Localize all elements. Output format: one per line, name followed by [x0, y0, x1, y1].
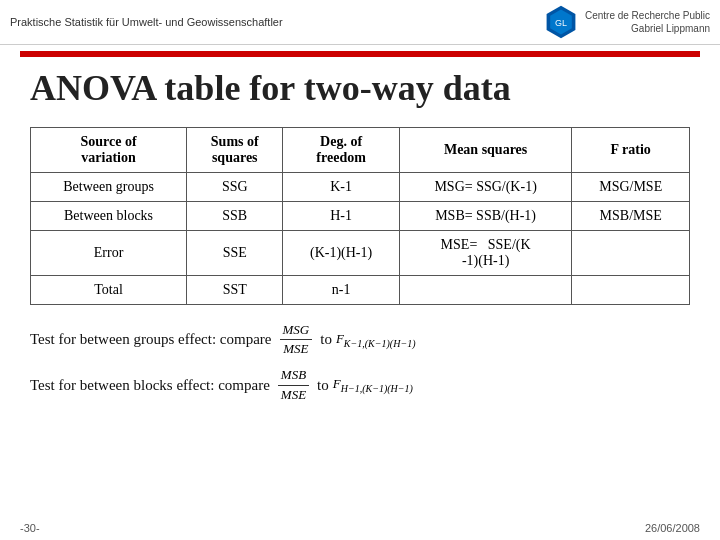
blocks-fraction: MSB MSE — [278, 366, 309, 403]
cell-source-3: Error — [31, 231, 187, 276]
cell-mean-1: MSG= SSG/(K-1) — [399, 173, 572, 202]
blocks-f-notation: FH−1,(K−1)(H−1) — [333, 376, 413, 394]
cell-f-4 — [572, 276, 690, 305]
cell-f-2: MSB/MSE — [572, 202, 690, 231]
cell-f-1: MSG/MSE — [572, 173, 690, 202]
table-row: Error SSE (K-1)(H-1) MSE= SSE/(K-1)(H-1) — [31, 231, 690, 276]
formula-groups-row: Test for between groups effect: compare … — [30, 321, 690, 358]
main-content: ANOVA table for two-way data Source ofva… — [0, 57, 720, 422]
cell-source-2: Between blocks — [31, 202, 187, 231]
cell-deg-4: n-1 — [283, 276, 399, 305]
page-number: -30- — [20, 522, 40, 534]
cell-mean-4 — [399, 276, 572, 305]
groups-numerator: MSG — [280, 321, 313, 340]
cell-f-3 — [572, 231, 690, 276]
footer-date: 26/06/2008 — [645, 522, 700, 534]
col-header-source: Source ofvariation — [31, 128, 187, 173]
cell-sums-2: SSB — [187, 202, 283, 231]
table-header-row: Source ofvariation Sums ofsquares Deg. o… — [31, 128, 690, 173]
groups-f-notation: FK−1,(K−1)(H−1) — [336, 331, 416, 349]
groups-to: to — [320, 331, 332, 348]
groups-label: Test for between groups effect: compare — [30, 331, 272, 348]
page-title: ANOVA table for two-way data — [30, 67, 690, 109]
cell-deg-2: H-1 — [283, 202, 399, 231]
table-row: Between blocks SSB H-1 MSB= SSB/(H-1) MS… — [31, 202, 690, 231]
blocks-to: to — [317, 377, 329, 394]
cell-mean-2: MSB= SSB/(H-1) — [399, 202, 572, 231]
logo-icon: GL — [543, 4, 579, 40]
cell-sums-4: SST — [187, 276, 283, 305]
cell-deg-1: K-1 — [283, 173, 399, 202]
cell-deg-3: (K-1)(H-1) — [283, 231, 399, 276]
cell-source-1: Between groups — [31, 173, 187, 202]
cell-sums-1: SSG — [187, 173, 283, 202]
header-title: Praktische Statistik für Umwelt- und Geo… — [10, 16, 283, 28]
logo-text: Centre de Recherche Public Gabriel Lippm… — [585, 9, 710, 35]
formula-section: Test for between groups effect: compare … — [30, 321, 690, 404]
col-header-deg: Deg. offreedom — [283, 128, 399, 173]
anova-table: Source ofvariation Sums ofsquares Deg. o… — [30, 127, 690, 305]
formula-blocks-row: Test for between blocks effect: compare … — [30, 366, 690, 403]
col-header-f: F ratio — [572, 128, 690, 173]
cell-mean-3: MSE= SSE/(K-1)(H-1) — [399, 231, 572, 276]
table-row: Total SST n-1 — [31, 276, 690, 305]
col-header-mean: Mean squares — [399, 128, 572, 173]
groups-fraction: MSG MSE — [280, 321, 313, 358]
header-bar: Praktische Statistik für Umwelt- und Geo… — [0, 0, 720, 45]
footer: -30- 26/06/2008 — [0, 522, 720, 534]
groups-denominator: MSE — [280, 340, 311, 358]
logo-area: GL Centre de Recherche Public Gabriel Li… — [543, 4, 710, 40]
cell-sums-3: SSE — [187, 231, 283, 276]
blocks-denominator: MSE — [278, 386, 309, 404]
blocks-numerator: MSB — [278, 366, 309, 385]
table-row: Between groups SSG K-1 MSG= SSG/(K-1) MS… — [31, 173, 690, 202]
cell-source-4: Total — [31, 276, 187, 305]
blocks-label: Test for between blocks effect: compare — [30, 377, 270, 394]
col-header-sums: Sums ofsquares — [187, 128, 283, 173]
svg-text:GL: GL — [555, 18, 567, 28]
